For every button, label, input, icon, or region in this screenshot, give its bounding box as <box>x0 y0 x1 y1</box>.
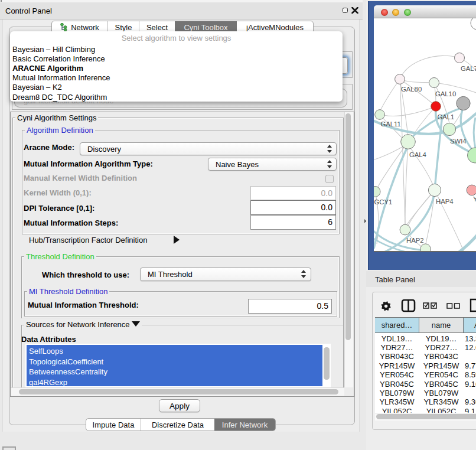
svg-text:GAL11: GAL11 <box>381 120 401 128</box>
svg-text:GAL1: GAL1 <box>438 113 455 120</box>
svg-text:SWI4: SWI4 <box>450 138 467 145</box>
svg-text:GAL7: GAL7 <box>461 65 476 72</box>
svg-text:HAP2: HAP2 <box>406 237 424 244</box>
svg-text:YM: YM <box>473 195 476 203</box>
svg-text:GAL80: GAL80 <box>401 86 422 93</box>
svg-text:GCY1: GCY1 <box>374 198 393 206</box>
svg-text:GAL4: GAL4 <box>409 151 426 158</box>
svg-text:HAP4: HAP4 <box>436 198 454 205</box>
svg-text:GAL10: GAL10 <box>435 90 456 97</box>
